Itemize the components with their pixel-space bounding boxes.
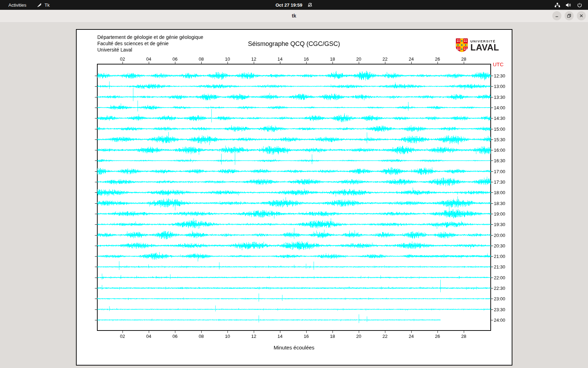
utc-time-label: 17:30 (494, 179, 505, 185)
power-icon (577, 2, 582, 8)
x-tick-label-bottom: 16 (304, 334, 309, 339)
close-icon (579, 14, 583, 18)
close-button[interactable] (577, 11, 586, 20)
institution-header: Département de géologie et de génie géol… (97, 34, 203, 53)
x-tick-label-top: 26 (435, 56, 440, 62)
utc-time-label: 19:30 (494, 222, 505, 227)
utc-time-label: 22:30 (494, 286, 505, 291)
x-tick-label-bottom: 28 (461, 334, 466, 339)
x-tick-label-bottom: 06 (173, 334, 177, 339)
x-tick-label-top: 24 (409, 56, 414, 62)
activities-button[interactable]: Activities (7, 2, 28, 8)
x-tick-label-bottom: 14 (278, 334, 282, 339)
clock-menu[interactable]: Oct 27 19:59 (275, 0, 313, 10)
x-tick-label-bottom: 12 (251, 334, 256, 339)
utc-time-label: 23:30 (494, 307, 505, 312)
seismogram-canvas (77, 30, 512, 365)
utc-time-label: 14:00 (494, 105, 505, 110)
x-tick-label-bottom: 24 (409, 334, 414, 339)
x-tick-label-bottom: 02 (120, 334, 125, 339)
utc-time-label: 15:30 (494, 137, 505, 142)
x-tick-label-top: 14 (278, 56, 282, 62)
tk-feather-icon (37, 2, 42, 8)
utc-time-label: 16:00 (494, 148, 505, 153)
utc-time-label: 21:30 (494, 264, 505, 270)
system-menu[interactable] (554, 0, 588, 10)
institution-line: Département de géologie et de génie géol… (97, 34, 203, 40)
plot-title: Séismographe QCQ (CGC/GSC) (196, 40, 392, 48)
x-tick-label-top: 06 (173, 56, 177, 62)
utc-time-label: 12:30 (494, 73, 505, 79)
utc-time-label: 14:30 (494, 116, 505, 121)
x-tick-label-top: 04 (146, 56, 151, 62)
desktop: Activities Tk Oct 27 19:59 (0, 0, 588, 368)
window-content: Département de géologie et de génie géol… (0, 22, 588, 368)
laval-shield-icon (456, 38, 468, 52)
x-tick-label-top: 20 (356, 56, 361, 62)
utc-time-label: 21:00 (494, 254, 505, 259)
x-tick-label-bottom: 20 (356, 334, 361, 339)
utc-label: UTC (493, 61, 504, 67)
x-tick-label-top: 12 (251, 56, 256, 62)
x-axis-title: Minutes écoulées (196, 345, 392, 350)
universite-laval-logo: UNIVERSITÉ LAVAL (456, 38, 499, 52)
x-tick-label-bottom: 26 (435, 334, 440, 339)
utc-time-label: 20:30 (494, 243, 505, 248)
seismograph-frame: Département de géologie et de génie géol… (76, 29, 512, 366)
x-tick-label-bottom: 22 (383, 334, 387, 339)
utc-time-label: 20:00 (494, 233, 505, 238)
utc-time-label: 24:00 (494, 318, 505, 323)
utc-time-label: 15:00 (494, 127, 505, 132)
volume-icon (566, 2, 572, 8)
utc-time-label: 22:00 (494, 275, 505, 280)
maximize-button[interactable] (565, 11, 574, 20)
logo-laval-text: LAVAL (470, 43, 499, 52)
utc-time-label: 19:00 (494, 211, 505, 217)
top-bar: Activities Tk Oct 27 19:59 (0, 0, 588, 10)
institution-line: Université Laval (97, 47, 203, 53)
minimize-button[interactable] (552, 11, 561, 20)
x-tick-label-top: 08 (199, 56, 204, 62)
utc-time-label: 13:00 (494, 84, 505, 89)
clock-label: Oct 27 19:59 (275, 2, 302, 8)
utc-time-label: 18:00 (494, 190, 505, 195)
window-titlebar: tk (0, 10, 588, 22)
x-tick-label-top: 02 (120, 56, 125, 62)
x-tick-label-bottom: 18 (330, 334, 335, 339)
institution-line: Faculté des sciences et de génie (97, 40, 203, 47)
x-tick-label-top: 10 (225, 56, 230, 62)
x-tick-label-bottom: 04 (146, 334, 151, 339)
utc-time-label: 18:30 (494, 201, 505, 206)
utc-time-label: 13:30 (494, 95, 505, 100)
app-indicator-label: Tk (44, 2, 49, 8)
x-tick-label-top: 28 (461, 56, 466, 62)
restore-icon (567, 14, 571, 18)
x-tick-label-bottom: 08 (199, 334, 204, 339)
network-wired-icon (554, 2, 560, 8)
minimize-icon (555, 14, 559, 18)
app-indicator[interactable]: Tk (37, 2, 49, 8)
utc-time-label: 23:00 (494, 296, 505, 301)
notifications-muted-icon (307, 2, 313, 8)
x-tick-label-bottom: 10 (225, 334, 230, 339)
x-tick-label-top: 18 (330, 56, 335, 62)
utc-time-label: 17:00 (494, 169, 505, 174)
window-title: tk (0, 10, 588, 22)
x-tick-label-top: 16 (304, 56, 309, 62)
utc-time-label: 16:30 (494, 158, 505, 163)
x-tick-label-top: 22 (383, 56, 387, 62)
